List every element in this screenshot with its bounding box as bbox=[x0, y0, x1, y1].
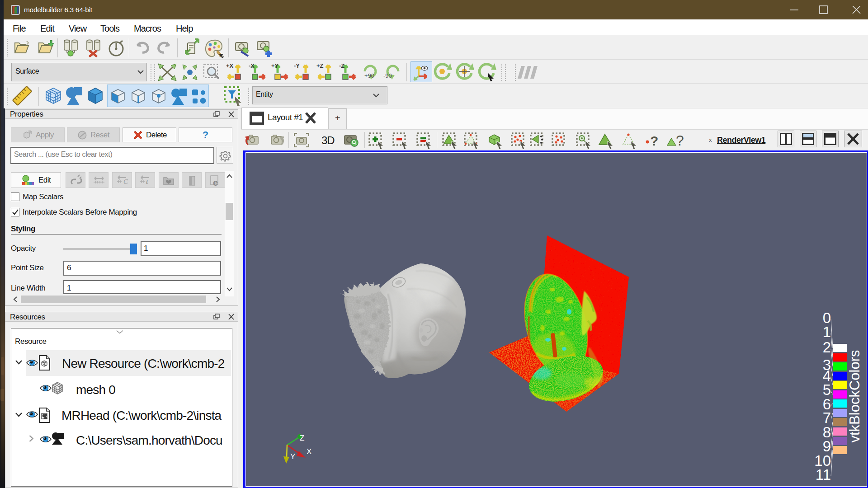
svg-text:e: e bbox=[213, 178, 218, 188]
svg-text:?: ? bbox=[650, 133, 658, 148]
svg-text:11: 11 bbox=[816, 466, 831, 483]
svg-text:vtkBlockColors: vtkBlockColors bbox=[847, 350, 863, 443]
svg-text:Z: Z bbox=[300, 434, 304, 442]
svg-text:X: X bbox=[307, 447, 311, 456]
svg-text:2: 2 bbox=[823, 339, 831, 356]
svg-text:Y: Y bbox=[290, 452, 295, 461]
svg-text:t: t bbox=[146, 178, 148, 185]
svg-text:1: 1 bbox=[823, 324, 831, 340]
svg-text:?: ? bbox=[676, 132, 684, 149]
svg-text:C: C bbox=[123, 178, 128, 185]
